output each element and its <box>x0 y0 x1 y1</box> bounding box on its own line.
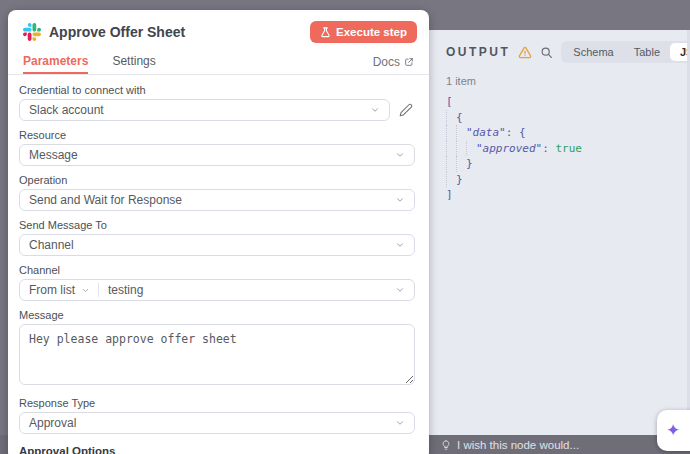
resource-label: Resource <box>19 129 415 141</box>
tab-parameters[interactable]: Parameters <box>23 50 88 74</box>
response-type-label: Response Type <box>19 397 415 409</box>
response-type-select[interactable]: Approval <box>19 412 415 434</box>
node-title: Approve Offer Sheet <box>49 24 302 40</box>
docs-link-label: Docs <box>373 55 400 69</box>
credential-select[interactable]: Slack account <box>19 99 390 121</box>
slack-icon <box>23 23 41 41</box>
operation-label: Operation <box>19 174 415 186</box>
chevron-down-icon <box>370 105 380 115</box>
sparkle-icon: ✦ <box>666 420 680 441</box>
lightbulb-icon <box>441 439 451 451</box>
external-link-icon <box>404 57 414 67</box>
chevron-down-icon <box>81 286 90 295</box>
tab-parameters-label: Parameters <box>23 54 88 68</box>
search-icon[interactable] <box>540 46 553 59</box>
tab-settings-label: Settings <box>112 54 155 68</box>
output-panel: OUTPUT Schema Table JSON 1 item [{"data"… <box>429 30 690 435</box>
message-textarea[interactable]: Hey please approve offer sheet <box>19 324 415 385</box>
node-tabbar: Parameters Settings Docs <box>8 50 429 75</box>
send-to-value: Channel <box>29 238 74 252</box>
channel-input: From list testing <box>19 279 415 301</box>
field-resource: Resource Message <box>19 129 415 166</box>
field-channel: Channel From list testing <box>19 264 415 301</box>
field-message: Message Hey please approve offer sheet <box>19 309 415 389</box>
approval-options-heading: Approval Options <box>19 442 415 454</box>
node-settings-panel: Approve Offer Sheet Execute step Paramet… <box>8 10 429 454</box>
channel-mode-value: From list <box>29 283 75 297</box>
output-view-switcher: Schema Table JSON <box>561 41 690 63</box>
flask-icon <box>320 27 331 38</box>
field-credential: Credential to connect with Slack account <box>19 84 415 121</box>
chevron-down-icon <box>395 240 405 250</box>
channel-label: Channel <box>19 264 415 276</box>
resource-select[interactable]: Message <box>19 144 415 166</box>
tab-settings[interactable]: Settings <box>112 50 155 74</box>
chevron-down-icon <box>395 150 405 160</box>
node-header: Approve Offer Sheet Execute step <box>8 10 429 50</box>
parameters-form: Credential to connect with Slack account… <box>8 75 429 454</box>
message-label: Message <box>19 309 415 321</box>
node-feedback-label: I wish this node would... <box>457 439 579 451</box>
chevron-down-icon[interactable] <box>395 285 405 295</box>
send-to-label: Send Message To <box>19 219 415 231</box>
view-tab-table[interactable]: Table <box>624 43 670 61</box>
channel-value[interactable]: testing <box>108 283 143 297</box>
credential-label: Credential to connect with <box>19 84 415 96</box>
chevron-down-icon <box>395 418 405 428</box>
docs-link[interactable]: Docs <box>373 50 414 74</box>
response-type-value: Approval <box>29 416 76 430</box>
credential-value: Slack account <box>29 103 104 117</box>
operation-select[interactable]: Send and Wait for Response <box>19 189 415 211</box>
pencil-icon <box>399 103 413 117</box>
json-code: [{"data": {"approved": true}}] <box>429 92 690 205</box>
output-title: OUTPUT <box>446 45 510 59</box>
output-header: OUTPUT Schema Table JSON <box>429 30 690 64</box>
channel-mode-select[interactable]: From list <box>29 283 99 297</box>
warning-icon <box>518 46 532 59</box>
execute-step-button[interactable]: Execute step <box>310 21 417 43</box>
field-response-type: Response Type Approval <box>19 397 415 434</box>
resource-value: Message <box>29 148 78 162</box>
view-tab-json[interactable]: JSON <box>670 43 690 61</box>
credential-edit-button[interactable] <box>397 101 415 119</box>
operation-value: Send and Wait for Response <box>29 193 182 207</box>
send-to-select[interactable]: Channel <box>19 234 415 256</box>
view-tab-schema[interactable]: Schema <box>563 43 623 61</box>
field-send-to: Send Message To Channel <box>19 219 415 256</box>
ai-assistant-button[interactable]: ✦ <box>657 410 690 451</box>
output-items-count: 1 item <box>429 64 690 92</box>
chevron-down-icon <box>395 195 405 205</box>
field-operation: Operation Send and Wait for Response <box>19 174 415 211</box>
execute-step-label: Execute step <box>336 26 407 38</box>
